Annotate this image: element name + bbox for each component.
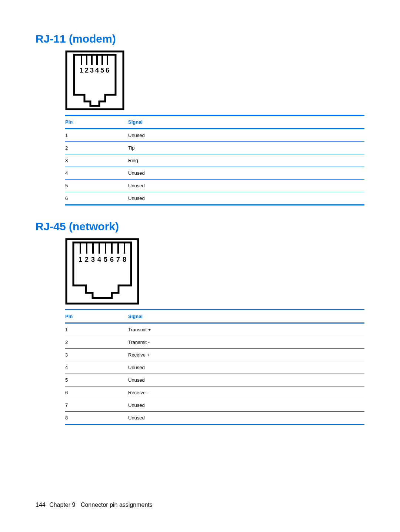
table-row: 2Transmit - (65, 336, 364, 349)
col-header-pin: Pin (65, 116, 128, 129)
cell-pin: 5 (65, 180, 128, 192)
cell-signal: Unused (128, 129, 364, 142)
table-row: 7Unused (65, 399, 364, 412)
pin-label: 8 (123, 256, 126, 263)
pin-label: 1 (79, 256, 82, 263)
pin-label: 5 (100, 67, 104, 74)
rj45-svg: 1 2 3 4 5 6 7 8 (65, 238, 139, 305)
cell-signal: Transmit - (128, 336, 364, 349)
table-row: 6Unused (65, 192, 364, 205)
pin-label: 2 (85, 256, 89, 263)
table-row: 3Ring (65, 154, 364, 167)
rj11-svg: 1 2 3 4 5 6 (65, 50, 124, 110)
pin-label: 2 (85, 67, 89, 74)
cell-pin: 7 (65, 399, 128, 412)
cell-signal: Unused (128, 167, 364, 180)
rj11-connector-diagram: 1 2 3 4 5 6 (65, 50, 364, 112)
cell-signal: Unused (128, 192, 364, 205)
chapter-label: Chapter 9 (49, 502, 75, 508)
table-row: 4Unused (65, 361, 364, 374)
cell-signal: Receive + (128, 349, 364, 361)
cell-pin: 3 (65, 349, 128, 361)
cell-signal: Receive - (128, 387, 364, 399)
cell-signal: Unused (128, 412, 364, 425)
col-header-signal: Signal (128, 116, 364, 129)
cell-pin: 1 (65, 323, 128, 336)
cell-pin: 2 (65, 142, 128, 154)
table-header-row: Pin Signal (65, 310, 364, 323)
page-number: 144 (36, 502, 46, 508)
table-row: 2Tip (65, 142, 364, 154)
pin-label: 4 (97, 256, 101, 263)
cell-pin: 4 (65, 167, 128, 180)
cell-pin: 2 (65, 336, 128, 349)
table-row: 6Receive - (65, 387, 364, 399)
cell-pin: 1 (65, 129, 128, 142)
section-rj45: RJ-45 (network) 1 2 3 4 5 (36, 220, 364, 425)
cell-signal: Tip (128, 142, 364, 154)
pin-label: 4 (95, 67, 99, 74)
cell-signal: Unused (128, 374, 364, 387)
table-row: 3Receive + (65, 349, 364, 361)
rj45-connector-diagram: 1 2 3 4 5 6 7 8 (65, 238, 364, 306)
cell-pin: 3 (65, 154, 128, 167)
pin-label: 6 (106, 67, 109, 74)
rj45-pin-table: Pin Signal 1Transmit + 2Transmit - 3Rece… (65, 309, 364, 425)
chapter-title: Connector pin assignments (81, 502, 153, 508)
pin-label: 3 (91, 256, 95, 263)
cell-signal: Unused (128, 399, 364, 412)
table-header-row: Pin Signal (65, 116, 364, 129)
rj11-pin-table: Pin Signal 1Unused 2Tip 3Ring 4Unused 5U… (65, 115, 364, 205)
cell-signal: Ring (128, 154, 364, 167)
table-row: 1Transmit + (65, 323, 364, 336)
section-heading: RJ-11 (modem) (36, 33, 364, 45)
cell-signal: Transmit + (128, 323, 364, 336)
cell-signal: Unused (128, 180, 364, 192)
table-row: 5Unused (65, 180, 364, 192)
pin-label: 5 (104, 256, 107, 263)
cell-pin: 8 (65, 412, 128, 425)
cell-pin: 5 (65, 374, 128, 387)
col-header-signal: Signal (128, 310, 364, 323)
cell-pin: 6 (65, 192, 128, 205)
table-row: 8Unused (65, 412, 364, 425)
cell-pin: 4 (65, 361, 128, 374)
cell-pin: 6 (65, 387, 128, 399)
table-row: 1Unused (65, 129, 364, 142)
pin-label: 6 (110, 256, 114, 263)
pin-label: 3 (90, 67, 94, 74)
table-row: 4Unused (65, 167, 364, 180)
col-header-pin: Pin (65, 310, 128, 323)
page-footer: 144 Chapter 9 Connector pin assignments (36, 502, 153, 508)
pin-label: 1 (80, 67, 83, 74)
section-rj11: RJ-11 (modem) 1 2 3 4 5 6 (36, 33, 364, 205)
table-row: 5Unused (65, 374, 364, 387)
section-heading: RJ-45 (network) (36, 220, 364, 233)
pin-label: 7 (116, 256, 120, 263)
cell-signal: Unused (128, 361, 364, 374)
